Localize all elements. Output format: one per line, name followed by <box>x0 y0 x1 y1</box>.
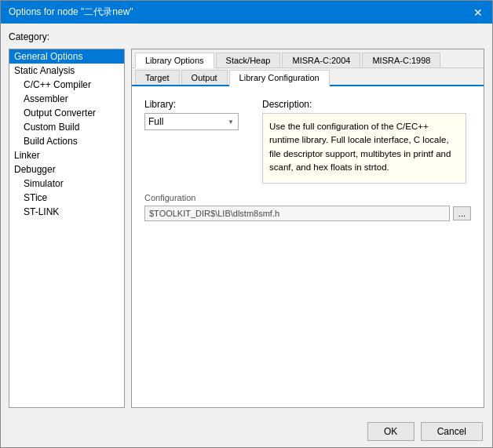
library-row: Library: Full Normal None Des <box>144 99 471 184</box>
category-sidebar: General OptionsStatic AnalysisC/C++ Comp… <box>9 49 125 408</box>
tab-content: Library: Full Normal None Des <box>132 86 484 407</box>
sidebar-item-static-analysis[interactable]: Static Analysis <box>9 64 124 78</box>
tab-misra-c1998[interactable]: MISRA-C:1998 <box>362 53 440 67</box>
ok-button[interactable]: OK <box>367 422 414 441</box>
dialog-title: Options for node "二代录new" <box>9 5 133 19</box>
description-label: Description: <box>262 99 466 110</box>
dialog-footer: OK Cancel <box>1 416 492 447</box>
sidebar-item-linker[interactable]: Linker <box>9 148 124 162</box>
configuration-row: ... <box>144 206 471 221</box>
dialog-content: Category: General OptionsStatic Analysis… <box>1 24 492 416</box>
sidebar-item-general-options[interactable]: General Options <box>9 49 124 64</box>
library-label: Library: <box>144 99 239 110</box>
configuration-section: Configuration ... <box>144 193 471 221</box>
tab-stack-heap[interactable]: Stack/Heap <box>216 53 281 67</box>
description-box: Use the full configuration of the C/EC++… <box>262 113 466 184</box>
close-button[interactable]: ✕ <box>472 7 484 18</box>
tab-target[interactable]: Target <box>135 70 180 85</box>
sidebar-item-c-cpp-compiler[interactable]: C/C++ Compiler <box>9 78 124 92</box>
configuration-input[interactable] <box>144 206 450 221</box>
sidebar-item-debugger[interactable]: Debugger <box>9 162 124 177</box>
sidebar-item-output-converter[interactable]: Output Converter <box>9 106 124 120</box>
sidebar-item-simulator[interactable]: Simulator <box>9 177 124 191</box>
category-label: Category: <box>9 31 484 42</box>
tab-library-options[interactable]: Library Options <box>135 53 214 68</box>
library-select-wrapper: Full Normal None <box>144 113 239 130</box>
sidebar-item-assembler[interactable]: Assembler <box>9 92 124 106</box>
tab-output[interactable]: Output <box>181 70 228 85</box>
tab-library-configuration[interactable]: Library Configuration <box>229 70 330 86</box>
tabs-row1: Library Options Stack/Heap MISRA-C:2004 … <box>132 49 484 68</box>
dialog: Options for node "二代录new" ✕ Category: Ge… <box>0 0 493 448</box>
right-panel: Library Options Stack/Heap MISRA-C:2004 … <box>131 49 484 408</box>
cancel-button[interactable]: Cancel <box>421 422 483 441</box>
main-area: General OptionsStatic AnalysisC/C++ Comp… <box>9 49 484 408</box>
title-bar: Options for node "二代录new" ✕ <box>1 1 492 24</box>
sidebar-item-build-actions[interactable]: Build Actions <box>9 134 124 148</box>
description-column: Description: Use the full configuration … <box>262 99 466 184</box>
tabs-row2: Target Output Library Configuration <box>132 68 484 86</box>
library-select[interactable]: Full Normal None <box>144 113 239 130</box>
sidebar-item-st-link[interactable]: ST-LINK <box>9 205 124 219</box>
sidebar-item-custom-build[interactable]: Custom Build <box>9 120 124 134</box>
sidebar-item-stice[interactable]: STice <box>9 191 124 205</box>
tab-misra-c2004[interactable]: MISRA-C:2004 <box>282 53 360 67</box>
browse-button[interactable]: ... <box>453 206 471 220</box>
library-column: Library: Full Normal None <box>144 99 239 130</box>
configuration-label: Configuration <box>144 193 471 202</box>
